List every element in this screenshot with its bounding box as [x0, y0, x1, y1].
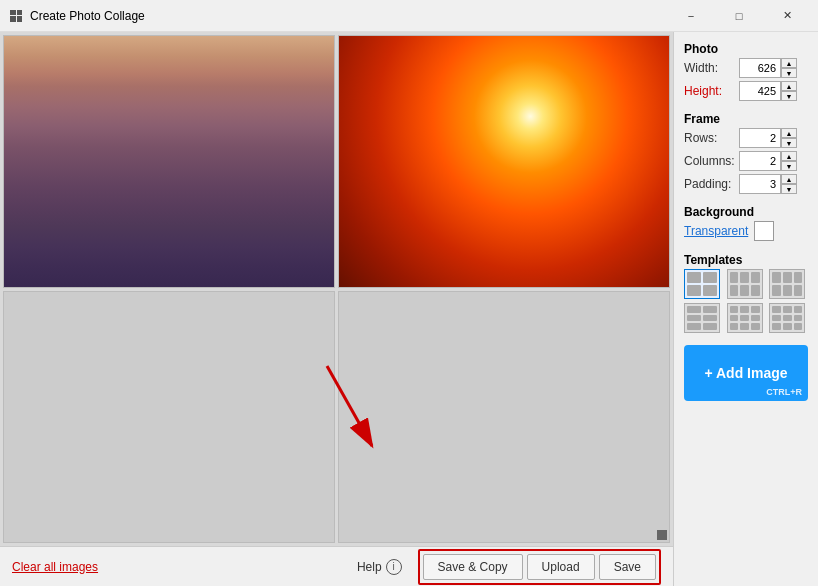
height-spinner: ▲ ▼	[739, 81, 797, 101]
templates-grid	[684, 269, 808, 333]
upload-button[interactable]: Upload	[527, 554, 595, 580]
main-layout: Clear all images Help i Save & Copy Uplo…	[0, 32, 818, 586]
height-row: Height: ▲ ▼	[684, 81, 808, 101]
canvas-area: Clear all images Help i Save & Copy Uplo…	[0, 32, 673, 586]
width-row: Width: ▲ ▼	[684, 58, 808, 78]
help-label: Help	[357, 560, 382, 574]
resize-handle[interactable]	[657, 530, 667, 540]
collage-cell-3[interactable]	[3, 291, 335, 544]
color-picker-box[interactable]	[754, 221, 774, 241]
rows-down-btn[interactable]: ▼	[781, 138, 797, 148]
rows-spinner: ▲ ▼	[739, 128, 797, 148]
maximize-button[interactable]: □	[716, 2, 762, 30]
bottom-bar: Clear all images Help i Save & Copy Uplo…	[0, 546, 673, 586]
padding-up-btn[interactable]: ▲	[781, 174, 797, 184]
padding-row: Padding: ▲ ▼	[684, 174, 808, 194]
width-input[interactable]	[739, 58, 781, 78]
template-2[interactable]	[727, 269, 763, 299]
save-button[interactable]: Save	[599, 554, 656, 580]
padding-label: Padding:	[684, 177, 739, 191]
templates-section-title: Templates	[684, 253, 808, 267]
app-icon	[8, 8, 24, 24]
add-image-label: + Add Image	[704, 365, 787, 381]
photo-section-title: Photo	[684, 42, 808, 56]
help-section: Help i	[357, 559, 402, 575]
close-button[interactable]: ✕	[764, 2, 810, 30]
template-5[interactable]	[727, 303, 763, 333]
rows-up-btn[interactable]: ▲	[781, 128, 797, 138]
image-mountains	[4, 36, 334, 287]
width-spinner: ▲ ▼	[739, 58, 797, 78]
save-copy-button[interactable]: Save & Copy	[423, 554, 523, 580]
height-up-btn[interactable]: ▲	[781, 81, 797, 91]
frame-section-title: Frame	[684, 112, 808, 126]
background-section: Background Transparent	[684, 205, 808, 245]
rows-row: Rows: ▲ ▼	[684, 128, 808, 148]
add-image-shortcut: CTRL+R	[766, 387, 802, 397]
padding-spinner: ▲ ▼	[739, 174, 797, 194]
template-1[interactable]	[684, 269, 720, 299]
columns-up-btn[interactable]: ▲	[781, 151, 797, 161]
transparent-link[interactable]: Transparent	[684, 224, 748, 238]
width-up-btn[interactable]: ▲	[781, 58, 797, 68]
rows-label: Rows:	[684, 131, 739, 145]
columns-label: Columns:	[684, 154, 739, 168]
right-panel: Photo Width: ▲ ▼ Height: ▲ ▼	[673, 32, 818, 586]
background-section-title: Background	[684, 205, 808, 219]
clear-all-link[interactable]: Clear all images	[12, 560, 98, 574]
collage-grid	[0, 32, 673, 546]
columns-row: Columns: ▲ ▼	[684, 151, 808, 171]
width-label: Width:	[684, 61, 739, 75]
template-3[interactable]	[769, 269, 805, 299]
templates-section: Templates	[684, 253, 808, 337]
template-4[interactable]	[684, 303, 720, 333]
columns-down-btn[interactable]: ▼	[781, 161, 797, 171]
add-image-button[interactable]: + Add Image CTRL+R	[684, 345, 808, 401]
minimize-button[interactable]: −	[668, 2, 714, 30]
collage-cell-1[interactable]	[3, 35, 335, 288]
padding-down-btn[interactable]: ▼	[781, 184, 797, 194]
height-input[interactable]	[739, 81, 781, 101]
rows-input[interactable]	[739, 128, 781, 148]
height-label: Height:	[684, 84, 739, 98]
columns-spinner: ▲ ▼	[739, 151, 797, 171]
height-down-btn[interactable]: ▼	[781, 91, 797, 101]
title-bar: Create Photo Collage − □ ✕	[0, 0, 818, 32]
photo-section: Photo Width: ▲ ▼ Height: ▲ ▼	[684, 42, 808, 104]
background-row: Transparent	[684, 221, 808, 241]
padding-input[interactable]	[739, 174, 781, 194]
help-icon[interactable]: i	[386, 559, 402, 575]
bottom-buttons: Save & Copy Upload Save	[418, 549, 661, 585]
frame-section: Frame Rows: ▲ ▼ Columns: ▲ ▼	[684, 112, 808, 197]
window-controls: − □ ✕	[668, 2, 810, 30]
collage-cell-4[interactable]	[338, 291, 670, 544]
columns-input[interactable]	[739, 151, 781, 171]
template-6[interactable]	[769, 303, 805, 333]
width-down-btn[interactable]: ▼	[781, 68, 797, 78]
image-sunset	[339, 36, 669, 287]
app-title: Create Photo Collage	[30, 9, 668, 23]
collage-cell-2[interactable]	[338, 35, 670, 288]
